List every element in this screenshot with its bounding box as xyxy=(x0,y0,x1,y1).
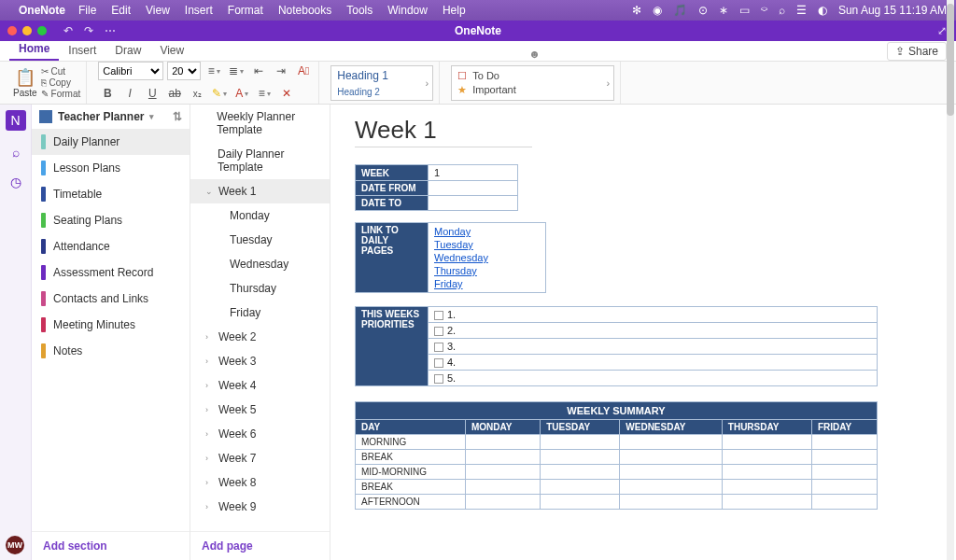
vertical-scrollbar[interactable] xyxy=(947,0,954,560)
menu-insert[interactable]: Insert xyxy=(185,4,213,17)
priority-text[interactable]: 4. xyxy=(447,357,456,368)
page-item[interactable]: ›Week 9 xyxy=(190,495,330,519)
page-item[interactable]: Wednesday xyxy=(190,252,330,276)
page-item[interactable]: ›Week 8 xyxy=(190,470,330,495)
highlight-button[interactable]: ✎ xyxy=(210,84,229,103)
add-section-button[interactable]: Add section xyxy=(32,531,190,560)
day-link[interactable]: Thursday xyxy=(434,264,540,277)
summary-cell[interactable] xyxy=(722,465,811,480)
tab-insert[interactable]: Insert xyxy=(59,40,105,61)
checkbox-icon[interactable] xyxy=(434,358,443,368)
feedback-icon[interactable]: ☻ xyxy=(528,48,541,61)
bullets-button[interactable]: ≡ xyxy=(204,62,223,80)
menu-view[interactable]: View xyxy=(146,4,170,17)
notebook-selector[interactable]: Teacher Planner ▾ ⇅ xyxy=(32,105,190,129)
page-item[interactable]: ›Week 5 xyxy=(190,398,330,422)
cut-button[interactable]: ✂Cut xyxy=(41,66,81,77)
page-item[interactable]: ›Week 2 xyxy=(190,325,330,349)
share-button[interactable]: ⇪Share xyxy=(887,42,947,61)
page-item[interactable]: Tuesday xyxy=(190,228,330,252)
ribbon-toggle-icon[interactable]: ⤢ xyxy=(937,24,947,37)
music-icon[interactable]: 🎵 xyxy=(673,4,687,17)
recent-icon[interactable]: ◷ xyxy=(7,174,24,190)
menu-tools[interactable]: Tools xyxy=(346,4,373,17)
menu-file[interactable]: File xyxy=(78,4,96,17)
checkbox-icon[interactable] xyxy=(434,311,443,320)
align-button[interactable]: ≡ xyxy=(255,84,274,103)
checkbox-icon[interactable] xyxy=(434,327,443,336)
day-link[interactable]: Wednesday xyxy=(434,251,540,264)
summary-cell[interactable] xyxy=(722,480,811,495)
undo-icon[interactable]: ↶ xyxy=(63,24,73,37)
paste-icon[interactable]: 📋 xyxy=(15,67,35,88)
page-item[interactable]: ›Week 3 xyxy=(190,349,330,373)
page-item[interactable]: ›Week 7 xyxy=(190,446,330,470)
siri-icon[interactable]: ◐ xyxy=(818,4,827,17)
summary-cell[interactable] xyxy=(811,450,877,465)
font-name-select[interactable]: Calibri xyxy=(98,62,163,80)
bold-button[interactable]: B xyxy=(98,84,117,103)
wifi-icon[interactable]: ⌔ xyxy=(761,4,767,17)
tab-draw[interactable]: Draw xyxy=(105,40,150,61)
summary-cell[interactable] xyxy=(620,480,723,495)
summary-cell[interactable] xyxy=(620,450,723,465)
page-item[interactable]: ⌄Week 1 xyxy=(190,179,330,203)
tab-view[interactable]: View xyxy=(150,40,193,61)
menu-edit[interactable]: Edit xyxy=(111,4,131,17)
font-size-select[interactable]: 20 xyxy=(167,62,201,80)
page-item[interactable]: ›Week 4 xyxy=(190,373,330,398)
page-item[interactable]: Friday xyxy=(190,301,330,325)
subscript-button[interactable]: x₂ xyxy=(188,84,206,103)
priorities-table[interactable]: THIS WEEKS PRIORITIES 1. 2. 3. 4. 5. xyxy=(355,306,878,386)
summary-cell[interactable] xyxy=(465,465,540,480)
section-item[interactable]: Daily Planner xyxy=(32,129,190,155)
summary-cell[interactable] xyxy=(541,495,620,510)
section-item[interactable]: Timetable xyxy=(32,181,190,207)
summary-cell[interactable] xyxy=(541,450,620,465)
summary-cell[interactable] xyxy=(722,495,811,510)
summary-table[interactable]: WEEKLY SUMMARY DAYMONDAYTUESDAYWEDNESDAY… xyxy=(355,401,878,510)
app-name[interactable]: OneNote xyxy=(19,4,65,17)
page-item[interactable]: Monday xyxy=(190,203,330,228)
close-window[interactable] xyxy=(7,26,17,35)
page-item[interactable]: Weekly Planner Template xyxy=(190,105,330,142)
day-link[interactable]: Friday xyxy=(434,277,540,290)
summary-cell[interactable] xyxy=(811,495,877,510)
section-item[interactable]: Attendance xyxy=(32,233,190,259)
day-link[interactable]: Monday xyxy=(434,225,540,238)
links-table[interactable]: LINK TO DAILY PAGES MondayTuesdayWednesd… xyxy=(355,222,546,293)
info-value[interactable] xyxy=(429,181,518,196)
summary-cell[interactable] xyxy=(811,465,877,480)
section-item[interactable]: Seating Plans xyxy=(32,207,190,233)
menu-notebooks[interactable]: Notebooks xyxy=(278,4,331,17)
summary-cell[interactable] xyxy=(722,435,811,450)
avatar[interactable]: MW xyxy=(6,536,24,554)
record-icon[interactable]: ◉ xyxy=(653,4,662,17)
minimize-window[interactable] xyxy=(22,26,32,35)
gear-icon[interactable]: ✻ xyxy=(632,4,641,17)
summary-cell[interactable] xyxy=(811,435,877,450)
paste-button[interactable]: Paste xyxy=(13,88,37,98)
outdent-button[interactable]: ⇤ xyxy=(249,62,268,80)
priority-text[interactable]: 1. xyxy=(447,309,456,320)
menu-help[interactable]: Help xyxy=(443,4,466,17)
section-item[interactable]: Assessment Record xyxy=(32,259,190,286)
clock[interactable]: Sun Aug 15 11:19 AM xyxy=(838,4,947,17)
indent-button[interactable]: ⇥ xyxy=(272,62,290,80)
battery-icon[interactable]: ▭ xyxy=(739,4,750,17)
summary-cell[interactable] xyxy=(541,480,620,495)
numbering-button[interactable]: ≣ xyxy=(227,62,246,80)
italic-button[interactable]: I xyxy=(120,84,139,103)
section-item[interactable]: Meeting Minutes xyxy=(32,312,190,338)
page-canvas[interactable]: Week 1 WEEK1DATE FROMDATE TO LINK TO DAI… xyxy=(330,105,956,560)
checkbox-icon[interactable] xyxy=(434,374,443,384)
tags-gallery[interactable]: ☐To Do ★Important › xyxy=(451,65,614,101)
info-value[interactable] xyxy=(429,196,518,211)
strikethrough-button[interactable]: ab xyxy=(165,84,184,103)
zoom-window[interactable] xyxy=(37,26,47,35)
summary-cell[interactable] xyxy=(541,435,620,450)
add-page-button[interactable]: Add page xyxy=(190,531,330,560)
font-color-button[interactable]: A xyxy=(232,84,251,103)
delete-button[interactable]: ✕ xyxy=(277,84,296,103)
section-item[interactable]: Lesson Plans xyxy=(32,155,190,181)
